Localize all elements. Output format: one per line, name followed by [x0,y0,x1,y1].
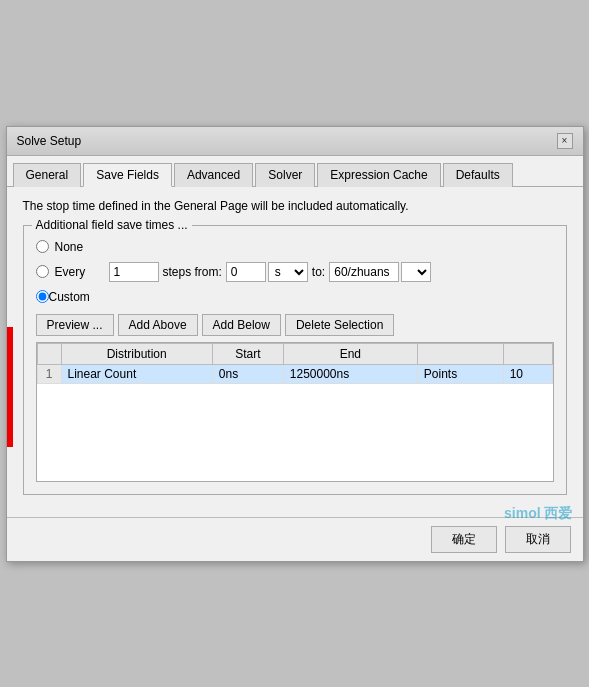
tab-solver[interactable]: Solver [255,163,315,187]
row-end: 1250000ns [283,364,417,383]
steps-from-label: steps from: [163,265,222,279]
every-row: Every steps from: s to: [36,262,554,282]
to-unit-select[interactable] [401,262,431,282]
col-header-start: Start [212,343,283,364]
unit-select[interactable]: s [268,262,308,282]
add-above-button[interactable]: Add Above [118,314,198,336]
custom-label[interactable]: Custom [49,290,99,304]
col-header-col6 [503,343,552,364]
additional-times-group: Additional field save times ... None Eve… [23,225,567,495]
none-label[interactable]: None [55,240,105,254]
table-header-row: Distribution Start End [37,343,552,364]
table-row[interactable]: 1 Linear Count 0ns 1250000ns Points 10 [37,364,552,383]
distribution-table-container: Distribution Start End 1 Linear Count 0n… [36,342,554,482]
close-button[interactable]: × [557,133,573,149]
row-col6: 10 [503,364,552,383]
cancel-button[interactable]: 取消 [505,526,571,553]
custom-radio[interactable] [36,290,49,303]
title-bar: Solve Setup × [7,127,583,156]
delete-selection-button[interactable]: Delete Selection [285,314,394,336]
row-number: 1 [37,364,61,383]
tab-content: The stop time defined in the General Pag… [7,187,583,517]
window-title: Solve Setup [17,134,82,148]
ok-button[interactable]: 确定 [431,526,497,553]
tab-bar: General Save Fields Advanced Solver Expr… [7,156,583,187]
tab-defaults[interactable]: Defaults [443,163,513,187]
row-col5: Points [417,364,503,383]
row-start: 0ns [212,364,283,383]
tab-save-fields[interactable]: Save Fields [83,163,172,187]
to-label: to: [312,265,325,279]
none-row: None [36,240,554,254]
col-header-end: End [283,343,417,364]
add-below-button[interactable]: Add Below [202,314,281,336]
bottom-bar: 确定 取消 [7,517,583,561]
distribution-table: Distribution Start End 1 Linear Count 0n… [37,343,553,384]
col-header-num [37,343,61,364]
preview-button[interactable]: Preview ... [36,314,114,336]
none-radio[interactable] [36,240,49,253]
steps-from-input[interactable] [226,262,266,282]
to-value-input[interactable] [329,262,399,282]
col-header-distribution: Distribution [61,343,212,364]
col-header-col5 [417,343,503,364]
sidebar-accent [7,327,13,447]
every-radio[interactable] [36,265,49,278]
tab-advanced[interactable]: Advanced [174,163,253,187]
every-value-input[interactable] [109,262,159,282]
info-text: The stop time defined in the General Pag… [23,199,567,213]
every-label[interactable]: Every [55,265,105,279]
group-box-title: Additional field save times ... [32,218,192,232]
action-buttons-row: Preview ... Add Above Add Below Delete S… [36,314,554,336]
main-window: Solve Setup × General Save Fields Advanc… [6,126,584,562]
row-distribution: Linear Count [61,364,212,383]
tab-general[interactable]: General [13,163,82,187]
tab-expression-cache[interactable]: Expression Cache [317,163,440,187]
custom-row: Custom [36,290,554,304]
